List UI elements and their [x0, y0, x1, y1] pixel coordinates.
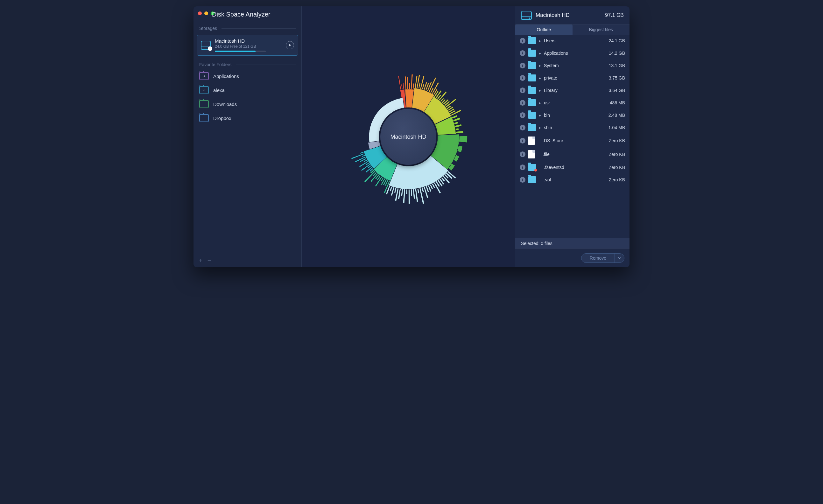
remove-button[interactable]: Remove: [581, 253, 624, 263]
outline-row[interactable]: i▸private3.75 GB: [515, 72, 630, 84]
scan-play-button[interactable]: [286, 41, 294, 49]
outline-item-size: Zero KB: [609, 138, 625, 143]
outline-item-size: 3.64 GB: [609, 88, 625, 93]
folder-icon: [528, 62, 536, 69]
tab-outline[interactable]: Outline: [515, 24, 572, 35]
favorite-item-dropbox[interactable]: Dropbox: [193, 111, 301, 125]
remove-button-label: Remove: [582, 254, 615, 263]
outline-item-size: Zero KB: [609, 152, 625, 157]
selection-status: Selected: 0 files: [515, 238, 630, 248]
outline-item-size: 2.48 MB: [609, 113, 625, 118]
info-icon[interactable]: i: [520, 138, 525, 144]
folder-icon: [528, 99, 536, 106]
favorites-label: Favorite Folders: [199, 62, 231, 67]
info-icon[interactable]: i: [520, 165, 525, 170]
outline-item-name: sbin: [544, 125, 606, 130]
disclosure-triangle-icon[interactable]: ▸: [539, 63, 541, 68]
folder-icon: [528, 74, 536, 81]
outline-row[interactable]: i.DS_StoreZero KB: [515, 134, 630, 148]
storage-subtitle: 24.0 GB Free of 121 GB: [215, 44, 282, 49]
folder-icon: [528, 124, 536, 131]
info-icon[interactable]: i: [520, 177, 525, 183]
outline-item-size: 3.75 GB: [609, 75, 625, 80]
outline-row[interactable]: i▸Library3.64 GB: [515, 84, 630, 97]
folder-icon: [528, 164, 536, 171]
info-icon[interactable]: i: [520, 151, 525, 157]
checkmark-badge-icon: ✓: [208, 46, 212, 51]
folder-icon: [528, 112, 536, 119]
play-icon: [288, 44, 292, 47]
favorite-item-applications[interactable]: ✦Applications: [193, 69, 301, 83]
storage-item-macintosh-hd[interactable]: ✓ Macintosh HD 24.0 GB Free of 121 GB: [197, 35, 298, 56]
storage-info: Macintosh HD 24.0 GB Free of 121 GB: [215, 38, 282, 52]
outline-row[interactable]: i.fseventsdZero KB: [515, 161, 630, 174]
favorite-label: Applications: [213, 73, 239, 79]
disclosure-triangle-icon[interactable]: ▸: [539, 100, 541, 105]
outline-item-name: Users: [544, 38, 606, 43]
outline-item-name: private: [544, 75, 606, 80]
info-icon[interactable]: i: [520, 100, 525, 106]
info-icon[interactable]: i: [520, 125, 525, 131]
favorites-section-header: Favorite Folders: [193, 57, 301, 69]
outline-row[interactable]: i▸usr486 MB: [515, 97, 630, 109]
disk-icon: ✓: [201, 41, 211, 50]
outline-item-size: Zero KB: [609, 177, 625, 182]
info-icon[interactable]: i: [520, 50, 525, 56]
outline-item-size: 13.1 GB: [609, 63, 625, 68]
outline-item-name: usr: [544, 100, 607, 105]
outline-row[interactable]: i▸Users24.1 GB: [515, 35, 630, 47]
info-icon[interactable]: i: [520, 63, 525, 68]
storage-name: Macintosh HD: [215, 38, 282, 44]
outline-item-size: Zero KB: [609, 165, 625, 170]
folder-icon: ⌂: [199, 86, 209, 94]
folder-icon: [528, 37, 536, 44]
info-icon[interactable]: i: [520, 88, 525, 93]
storages-label: Storages: [199, 26, 217, 31]
remove-button-dropdown[interactable]: [615, 254, 624, 263]
file-icon: [528, 150, 535, 158]
outline-row[interactable]: i.volZero KB: [515, 174, 630, 186]
outline-row[interactable]: i▸System13.1 GB: [515, 59, 630, 72]
favorite-item-alexa[interactable]: ⌂alexa: [193, 83, 301, 97]
storage-usage-bar: [215, 50, 266, 52]
folder-icon: ↓: [199, 100, 209, 108]
favorite-item-downloads[interactable]: ↓Downloads: [193, 97, 301, 111]
chart-area: Macintosh HD: [302, 6, 515, 267]
sunburst-chart[interactable]: Macintosh HD: [341, 70, 475, 204]
right-panel-title: Macintosh HD: [536, 12, 601, 18]
outline-item-name: .fseventsd: [544, 165, 606, 170]
remove-favorite-button[interactable]: −: [207, 257, 211, 264]
disk-icon: [521, 11, 532, 20]
add-favorite-button[interactable]: +: [199, 257, 202, 264]
outline-row[interactable]: i▸bin2.48 MB: [515, 109, 630, 122]
outline-item-name: .vol: [544, 177, 606, 182]
outline-item-name: .file: [543, 152, 606, 157]
outline-row[interactable]: i▸sbin1.04 MB: [515, 122, 630, 134]
disclosure-triangle-icon[interactable]: ▸: [539, 125, 541, 130]
right-panel: Macintosh HD 97.1 GB Outline Biggest fil…: [515, 6, 630, 267]
info-icon[interactable]: i: [520, 112, 525, 118]
outline-list[interactable]: i▸Users24.1 GBi▸Applications14.2 GBi▸Sys…: [515, 35, 630, 238]
disclosure-triangle-icon[interactable]: ▸: [539, 38, 541, 43]
tab-biggest-files[interactable]: Biggest files: [572, 24, 630, 35]
info-icon[interactable]: i: [520, 75, 525, 81]
favorite-label: alexa: [213, 88, 225, 93]
disclosure-triangle-icon[interactable]: ▸: [539, 75, 541, 80]
storages-section-header: Storages: [193, 21, 301, 33]
sunburst-center-label: Macintosh HD: [380, 109, 436, 165]
info-icon[interactable]: i: [520, 38, 525, 44]
file-icon: [528, 137, 535, 145]
outline-row[interactable]: i.fileZero KB: [515, 148, 630, 161]
app-window: Disk Space Analyzer Storages ✓ Macintosh…: [193, 6, 630, 267]
outline-row[interactable]: i▸Applications14.2 GB: [515, 47, 630, 59]
favorite-label: Downloads: [213, 102, 237, 107]
folder-icon: [528, 50, 536, 57]
sidebar-footer: + −: [193, 254, 301, 267]
disclosure-triangle-icon[interactable]: ▸: [539, 88, 541, 93]
right-panel-header: Macintosh HD 97.1 GB: [515, 6, 630, 24]
disclosure-triangle-icon[interactable]: ▸: [539, 50, 541, 56]
chevron-down-icon: [618, 257, 621, 260]
disclosure-triangle-icon[interactable]: ▸: [539, 113, 541, 118]
favorite-label: Dropbox: [213, 116, 231, 121]
outline-item-name: Library: [544, 88, 606, 93]
